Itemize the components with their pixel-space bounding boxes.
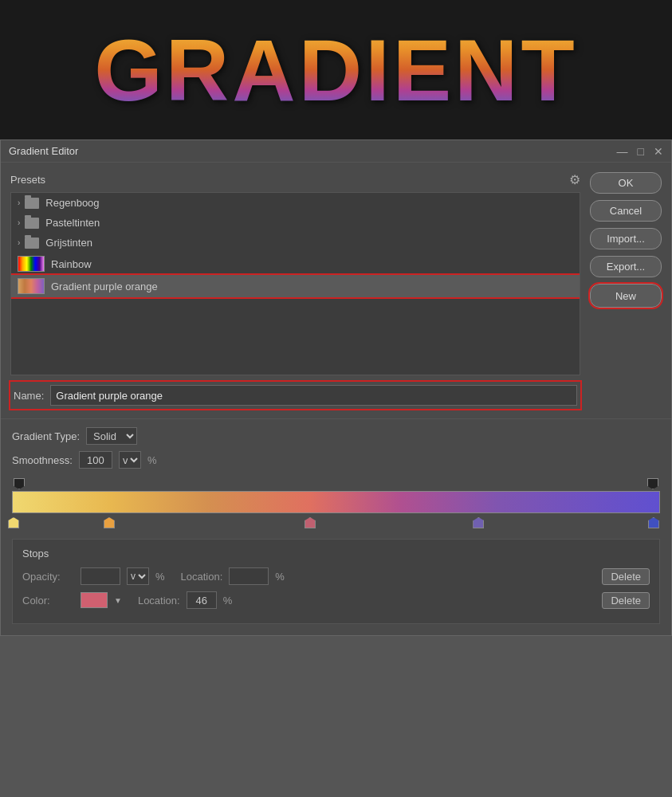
preset-item-label: Gradient purple orange [51, 281, 158, 292]
ok-button[interactable]: OK [590, 172, 662, 194]
opacity-value-input[interactable] [81, 567, 120, 585]
right-panel: OK Cancel Import... Export... New [590, 172, 662, 409]
group-label: Grijstinten [45, 237, 92, 249]
color-stop-cream[interactable] [8, 517, 19, 528]
opacity-delete-button[interactable]: Delete [602, 568, 650, 585]
color-location-label: Location: [138, 595, 180, 607]
presets-label: Presets [10, 174, 45, 186]
preset-group-regenboog[interactable]: › Regenboog [11, 193, 580, 213]
smoothness-pct: % [147, 454, 157, 466]
color-dropdown-arrow[interactable]: ▼ [114, 596, 122, 605]
color-delete-button[interactable]: Delete [602, 592, 650, 609]
opacity-stop-row: Opacity: v % Location: % Delete [22, 567, 650, 585]
smoothness-input[interactable] [79, 451, 112, 469]
preset-group-pasteltinten[interactable]: › Pasteltinten [11, 213, 580, 233]
opacity-stops-row [12, 478, 660, 489]
color-stops-row [12, 515, 660, 531]
rainbow-swatch [18, 256, 45, 272]
group-label: Regenboog [45, 197, 99, 209]
close-button[interactable]: ✕ [654, 146, 663, 157]
opacity-loc-pct: % [275, 571, 285, 583]
import-button[interactable]: Import... [590, 228, 662, 249]
chevron-icon: › [18, 218, 20, 227]
opacity-unit-select[interactable]: v [127, 567, 149, 585]
preview-title: GRADIENT [94, 19, 577, 120]
gradient-po-swatch [18, 278, 45, 294]
name-label: Name: [14, 390, 44, 402]
name-input[interactable] [50, 385, 577, 406]
stops-title: Stops [22, 548, 650, 559]
opacity-pct: % [155, 571, 165, 583]
folder-icon [25, 218, 39, 229]
gradient-type-select[interactable]: Solid Noise [86, 427, 137, 445]
presets-header: Presets ⚙ [10, 172, 580, 187]
folder-icon [25, 198, 39, 209]
gradient-type-row: Gradient Type: Solid Noise [12, 427, 660, 445]
presets-list[interactable]: › Regenboog › Pasteltinten › Grijstinten [10, 192, 580, 375]
group-label: Pasteltinten [45, 217, 100, 229]
dialog-title: Gradient Editor [9, 145, 78, 157]
left-panel: Presets ⚙ › Regenboog › Pasteltinten [10, 172, 580, 409]
export-button[interactable]: Export... [590, 256, 662, 277]
new-button[interactable]: New [590, 284, 662, 308]
name-row: Name: [10, 382, 580, 409]
opacity-stop-left[interactable] [14, 478, 25, 489]
preset-group-grijstinten[interactable]: › Grijstinten [11, 233, 580, 253]
opacity-location-input[interactable] [229, 567, 269, 585]
preview-area: GRADIENT [0, 0, 672, 139]
stops-section: Stops Opacity: v % Location: % Delete Co… [12, 539, 660, 624]
preset-item-gradient-purple-orange[interactable]: Gradient purple orange [11, 275, 580, 297]
minimize-button[interactable]: — [617, 146, 628, 157]
color-stop-row: Color: ▼ Location: % Delete [22, 591, 650, 609]
dialog-content: Presets ⚙ › Regenboog › Pasteltinten [1, 163, 671, 418]
chevron-icon: › [18, 198, 20, 207]
gradient-type-label: Gradient Type: [12, 430, 80, 442]
smoothness-label: Smoothness: [12, 454, 73, 466]
preset-item-label: Rainbow [51, 258, 92, 270]
preset-item-rainbow[interactable]: Rainbow [11, 253, 580, 275]
smoothness-row: Smoothness: v % [12, 451, 660, 469]
maximize-button[interactable]: □ [638, 146, 644, 157]
smoothness-unit-select[interactable]: v [119, 451, 141, 469]
color-swatch[interactable] [81, 592, 108, 608]
color-stop-label: Color: [22, 595, 74, 607]
color-location-input[interactable] [187, 591, 217, 609]
gradient-bar[interactable] [12, 491, 660, 513]
opacity-stop-label: Opacity: [22, 571, 74, 583]
color-loc-pct: % [223, 595, 233, 607]
color-stop-pink[interactable] [305, 517, 316, 528]
color-stop-purple[interactable] [473, 517, 484, 528]
opacity-location-label: Location: [181, 571, 223, 583]
opacity-stop-right[interactable] [647, 478, 658, 489]
chevron-icon: › [18, 238, 20, 247]
gear-icon[interactable]: ⚙ [569, 172, 580, 187]
cancel-button[interactable]: Cancel [590, 200, 662, 222]
folder-icon [25, 238, 39, 249]
window-controls: — □ ✕ [617, 146, 663, 157]
lower-section: Gradient Type: Solid Noise Smoothness: v… [1, 418, 671, 635]
color-stop-blue[interactable] [648, 517, 659, 528]
gradient-bar-container [12, 478, 660, 531]
color-stop-orange[interactable] [104, 517, 115, 528]
title-bar: Gradient Editor — □ ✕ [1, 140, 671, 163]
gradient-editor-dialog: Gradient Editor — □ ✕ Presets ⚙ › [0, 139, 672, 636]
